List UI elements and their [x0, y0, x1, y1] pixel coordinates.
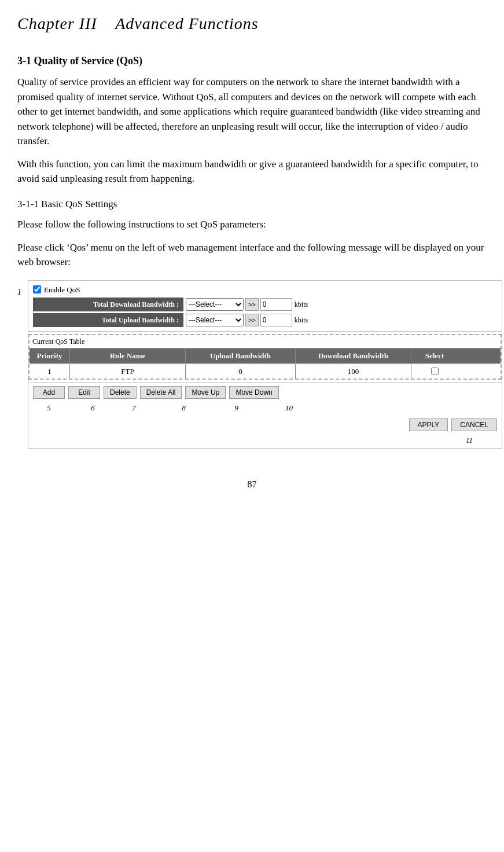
label-8: 8 [162, 402, 205, 414]
download-bw-row: Total Download Bandwidth : ---Select--- … [33, 298, 497, 311]
chapter-title: Chapter III Advanced Functions [17, 12, 487, 36]
enable-qos-row: Enable QoS [33, 284, 497, 296]
label-6: 6 [77, 402, 109, 414]
upload-bw-unit: kbits [295, 315, 308, 325]
download-bw-input[interactable] [260, 298, 292, 311]
download-bw-select[interactable]: ---Select--- [186, 298, 244, 311]
apply-button[interactable]: APPLY [409, 418, 448, 431]
upload-bw-label: Total Upload Bandwidth : [33, 313, 183, 327]
chapter-label: Chapter III [17, 14, 97, 32]
label-11: 11 [466, 436, 473, 445]
enable-qos-checkbox[interactable] [33, 285, 41, 293]
edit-button[interactable]: Edit [68, 386, 100, 399]
qos-ui-diagram: 1 Enable QoS Total Download Bandwidth : … [17, 280, 487, 449]
upload-bw-row: Total Upload Bandwidth : ---Select--- >>… [33, 313, 497, 327]
move-up-button[interactable]: Move Up [185, 386, 226, 399]
section-label: Advanced Functions [115, 14, 258, 32]
upload-bw-arrow-btn[interactable]: >> [245, 314, 259, 326]
col-header-downloadbw: Download Bandwidth [296, 348, 411, 363]
download-bw-unit: kbits [295, 299, 308, 310]
col-header-priority: Priority [30, 348, 70, 363]
cancel-button[interactable]: CANCEL [451, 418, 497, 431]
col-header-select: Select [411, 348, 458, 363]
row-priority: 1 [30, 364, 70, 379]
paragraph-2: With this function, you can limit the ma… [17, 157, 487, 186]
download-bw-arrow-btn[interactable]: >> [245, 298, 259, 311]
paragraph-3: Please follow the following instructions… [17, 217, 487, 232]
apply-cancel-row: APPLY CANCEL [28, 416, 502, 435]
subsection-title: 3-1-1 Basic QoS Settings [17, 197, 487, 212]
action-buttons-row: Add Edit Delete Delete All Move Up Move … [28, 382, 502, 402]
table-row: 1 FTP 0 100 [30, 363, 501, 379]
paragraph-1: Quality of service provides an efficient… [17, 75, 487, 149]
row-select-checkbox[interactable] [431, 368, 439, 375]
label-1: 1 [17, 286, 21, 298]
section-heading: 3-1 Quality of Service (QoS) [17, 53, 487, 69]
download-bw-label: Total Download Bandwidth : [33, 298, 183, 311]
current-qos-label: Current QoS Table [30, 335, 501, 348]
row-uploadbw: 0 [186, 364, 296, 379]
row-select[interactable] [411, 364, 458, 379]
row-downloadbw: 100 [296, 364, 411, 379]
col-header-rulename: Rule Name [70, 348, 186, 363]
page-number: 87 [17, 478, 487, 491]
label-5: 5 [33, 402, 65, 414]
upload-bw-input[interactable] [260, 314, 292, 326]
row-rulename: FTP [70, 364, 186, 379]
delete-button[interactable]: Delete [104, 386, 137, 399]
qos-top-section: Enable QoS Total Download Bandwidth : --… [28, 281, 502, 332]
label-9: 9 [215, 402, 258, 414]
label-10: 10 [264, 402, 314, 414]
label-7: 7 [118, 402, 150, 414]
enable-qos-label: Enable QoS [44, 284, 80, 296]
qos-table-section: Current QoS Table Priority Rule Name Upl… [28, 334, 502, 380]
delete-all-button[interactable]: Delete All [140, 386, 182, 399]
table-col-header: Priority Rule Name Upload Bandwidth Down… [30, 348, 501, 363]
add-button[interactable]: Add [33, 386, 65, 399]
paragraph-4: Please click ‘Qos’ menu on the left of w… [17, 240, 487, 270]
move-down-button[interactable]: Move Down [229, 386, 278, 399]
col-header-uploadbw: Upload Bandwidth [186, 348, 296, 363]
upload-bw-select[interactable]: ---Select--- [186, 314, 244, 326]
